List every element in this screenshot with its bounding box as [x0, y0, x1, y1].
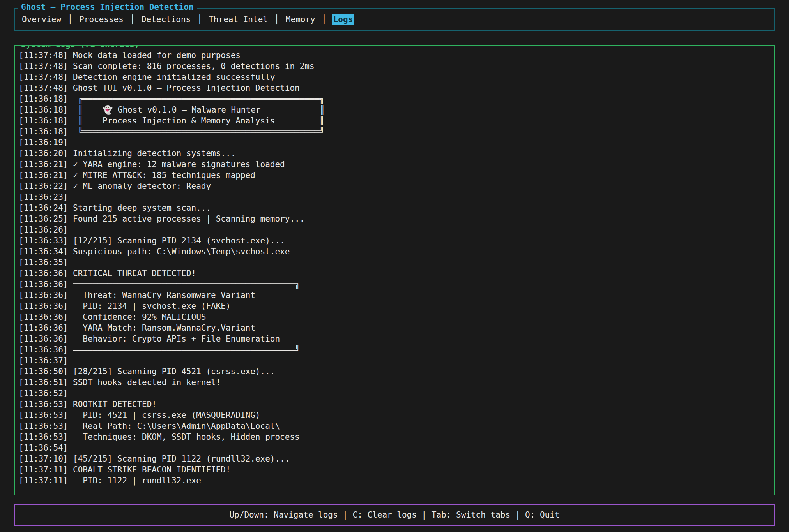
log-timestamp: [11:37:11] [19, 465, 68, 474]
log-timestamp: [11:36:53] [19, 410, 68, 420]
log-message: ════════════════════════════════════════… [68, 345, 299, 354]
log-entry[interactable]: [11:36:36] YARA Match: Ransom.WannaCry.V… [19, 322, 771, 333]
log-entry[interactable]: [11:36:33] [12/215] Scanning PID 2134 (s… [19, 235, 771, 246]
log-entry[interactable]: [11:37:48] Mock data loaded for demo pur… [19, 50, 771, 61]
log-timestamp: [11:37:48] [19, 51, 68, 60]
log-timestamp: [11:36:22] [19, 181, 68, 191]
log-timestamp: [11:36:33] [19, 236, 68, 245]
log-timestamp: [11:36:19] [19, 138, 68, 147]
log-timestamp: [11:36:37] [19, 356, 68, 365]
log-entry[interactable]: [11:36:25] Found 215 active processes | … [19, 213, 771, 224]
tab-bar-box: Ghost — Process Injection Detection Over… [14, 8, 775, 31]
tab-logs[interactable]: Logs [332, 14, 355, 25]
log-timestamp: [11:36:54] [19, 443, 68, 453]
log-entry[interactable]: [11:36:52] [19, 388, 771, 399]
log-entry[interactable]: [11:36:36] Behavior: Crypto APIs + File … [19, 333, 771, 344]
log-message: ✓ MITRE ATT&CK: 185 techniques mapped [68, 171, 255, 180]
log-timestamp: [11:36:23] [19, 192, 68, 202]
log-timestamp: [11:36:50] [19, 367, 68, 376]
log-message: YARA Match: Ransom.WannaCry.Variant [68, 323, 255, 333]
log-message: Scan complete: 816 processes, 0 detectio… [68, 62, 314, 71]
log-timestamp: [11:36:53] [19, 400, 68, 409]
log-timestamp: [11:36:36] [19, 323, 68, 333]
log-message: PID: 4521 | csrss.exe (MASQUERADING) [68, 410, 260, 420]
log-entry[interactable]: [11:36:18] ╚════════════════════════════… [19, 126, 771, 137]
tab-detections[interactable]: Detections [140, 14, 192, 25]
log-message: SSDT hooks detected in kernel! [68, 378, 221, 387]
log-timestamp: [11:36:18] [19, 94, 68, 104]
log-entry[interactable]: [11:36:53] PID: 4521 | csrss.exe (MASQUE… [19, 410, 771, 421]
log-message: ╚═══════════════════════════════════════… [68, 127, 324, 136]
log-entry[interactable]: [11:36:53] ROOTKIT DETECTED! [19, 399, 771, 410]
log-entry[interactable]: [11:36:19] [19, 137, 771, 148]
log-entry[interactable]: [11:36:51] SSDT hooks detected in kernel… [19, 377, 771, 388]
log-entry[interactable]: [11:36:36] CRITICAL THREAT DETECTED! [19, 268, 771, 279]
tab-separator: │ [125, 15, 140, 24]
log-entry[interactable]: [11:36:35] [19, 257, 771, 268]
log-message: Initializing detection systems... [68, 149, 235, 158]
log-timestamp: [11:36:20] [19, 149, 68, 158]
tab-overview[interactable]: Overview [20, 14, 63, 25]
log-entry[interactable]: [11:36:26] [19, 224, 771, 235]
log-entry[interactable]: [11:37:48] Scan complete: 816 processes,… [19, 61, 771, 72]
log-entry[interactable]: [11:37:11] COBALT STRIKE BEACON IDENTIFI… [19, 464, 771, 475]
log-message: ✓ YARA engine: 12 malware signatures loa… [68, 160, 285, 169]
logs-panel: System Logs (71 entries) [11:37:48] Mock… [14, 45, 775, 495]
log-entry[interactable]: [11:36:18] ║ Process Injection & Memory … [19, 115, 771, 126]
log-message [68, 389, 73, 398]
log-message: [28/215] Scanning PID 4521 (csrss.exe)..… [68, 367, 275, 376]
log-entry[interactable]: [11:36:53] Real Path: C:\Users\Admin\App… [19, 421, 771, 432]
log-timestamp: [11:37:10] [19, 454, 68, 463]
logs-panel-title: System Logs (71 entries) [18, 45, 142, 49]
log-timestamp: [11:36:24] [19, 203, 68, 213]
log-message: Confidence: 92% MALICIOUS [68, 312, 206, 322]
log-entry[interactable]: [11:36:36] Confidence: 92% MALICIOUS [19, 312, 771, 322]
log-timestamp: [11:36:35] [19, 258, 68, 267]
log-message: COBALT STRIKE BEACON IDENTIFIED! [68, 465, 230, 474]
log-message: ROOTKIT DETECTED! [68, 400, 157, 409]
log-entry[interactable]: [11:36:36] ═════════════════════════════… [19, 279, 771, 290]
tab-separator: │ [317, 15, 332, 24]
log-entry[interactable]: [11:36:24] Starting deep system scan... [19, 203, 771, 213]
log-timestamp: [11:36:52] [19, 389, 68, 398]
tab-threat-intel[interactable]: Threat Intel [207, 14, 269, 25]
log-timestamp: [11:37:11] [19, 476, 68, 485]
log-entry[interactable]: [11:36:36] ═════════════════════════════… [19, 344, 771, 355]
log-message: Found 215 active processes | Scanning me… [68, 214, 304, 224]
log-timestamp: [11:36:53] [19, 432, 68, 442]
log-entry[interactable]: [11:36:36] PID: 2134 | svchost.exe (FAKE… [19, 301, 771, 312]
log-timestamp: [11:36:36] [19, 334, 68, 344]
log-entry[interactable]: [11:37:10] [45/215] Scanning PID 1122 (r… [19, 453, 771, 464]
log-entry[interactable]: [11:36:23] [19, 192, 771, 203]
log-entry[interactable]: [11:36:21] ✓ YARA engine: 12 malware sig… [19, 159, 771, 170]
log-entry[interactable]: [11:36:34] Suspicious path: C:\Windows\T… [19, 246, 771, 257]
log-entry[interactable]: [11:36:18] ╔════════════════════════════… [19, 93, 771, 104]
log-entry[interactable]: [11:37:48] Ghost TUI v0.1.0 — Process In… [19, 83, 771, 93]
log-timestamp: [11:36:36] [19, 301, 68, 311]
log-entry[interactable]: [11:36:22] ✓ ML anomaly detector: Ready [19, 181, 771, 192]
log-timestamp: [11:36:18] [19, 127, 68, 136]
log-timestamp: [11:36:21] [19, 160, 68, 169]
log-entry[interactable]: [11:36:53] Techniques: DKOM, SSDT hooks,… [19, 432, 771, 442]
log-entry[interactable]: [11:37:11] PID: 1122 | rundll32.exe [19, 475, 771, 486]
log-message: Starting deep system scan... [68, 203, 211, 213]
log-entry[interactable]: [11:36:18] ║ 👻 Ghost v0.1.0 — Malware Hu… [19, 104, 771, 115]
log-entry[interactable]: [11:36:37] [19, 355, 771, 366]
log-entry[interactable]: [11:36:54] [19, 442, 771, 453]
tab-processes[interactable]: Processes [78, 14, 125, 25]
log-message: Detection engine initialized successfull… [68, 72, 275, 82]
log-entry[interactable]: [11:36:36] Threat: WannaCry Ransomware V… [19, 290, 771, 301]
tab-separator: │ [192, 15, 207, 24]
log-timestamp: [11:37:48] [19, 72, 68, 82]
log-timestamp: [11:36:21] [19, 171, 68, 180]
log-timestamp: [11:36:51] [19, 378, 68, 387]
log-list[interactable]: [11:37:48] Mock data loaded for demo pur… [19, 50, 771, 486]
log-message: ════════════════════════════════════════… [68, 280, 299, 289]
log-entry[interactable]: [11:36:20] Initializing detection system… [19, 148, 771, 159]
log-message [68, 138, 73, 147]
log-entry[interactable]: [11:36:21] ✓ MITRE ATT&CK: 185 technique… [19, 170, 771, 181]
log-timestamp: [11:36:25] [19, 214, 68, 224]
log-entry[interactable]: [11:36:50] [28/215] Scanning PID 4521 (c… [19, 366, 771, 377]
tab-memory[interactable]: Memory [284, 14, 317, 25]
log-entry[interactable]: [11:37:48] Detection engine initialized … [19, 72, 771, 83]
